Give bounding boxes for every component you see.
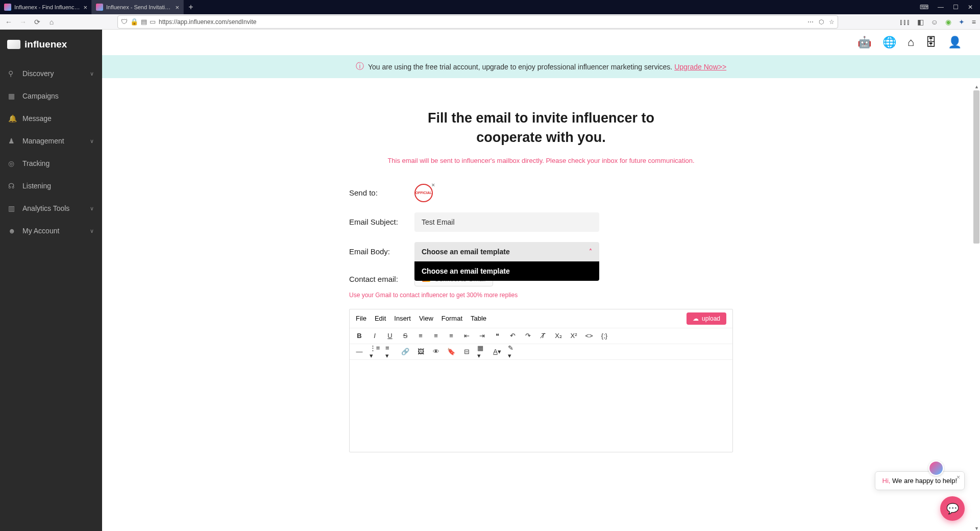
shield-icon[interactable]: 🛡 xyxy=(121,18,128,26)
menu-format[interactable]: Format xyxy=(442,315,462,322)
new-tab-button[interactable]: + xyxy=(184,0,198,14)
sidebar-item-analytics[interactable]: ▥ Analytics Tools ∨ xyxy=(0,197,102,220)
italic-icon[interactable]: I xyxy=(370,331,379,341)
chat-fab[interactable]: 💬 xyxy=(940,496,965,521)
braces-icon[interactable]: {;} xyxy=(600,331,609,341)
extension-icon[interactable]: ◉ xyxy=(945,18,951,26)
sidebar-item-tracking[interactable]: ◎ Tracking xyxy=(0,152,102,175)
scroll-up-icon[interactable]: ▲ xyxy=(974,84,979,89)
menu-view[interactable]: View xyxy=(419,315,433,322)
code-icon[interactable]: <> xyxy=(584,331,594,341)
keyboard-icon[interactable]: ⌨ xyxy=(920,4,928,11)
profile-icon[interactable]: 👤 xyxy=(948,36,962,49)
tab-title: Influenex - Find Influencer in a xyxy=(14,4,80,10)
sidebar-item-management[interactable]: ♟ Management ∨ xyxy=(0,130,102,152)
addons-icon[interactable]: ✦ xyxy=(959,18,965,26)
sidebar-item-campaigns[interactable]: ▦ Campaigns xyxy=(0,85,102,107)
outdent-icon[interactable]: ⇤ xyxy=(462,331,471,341)
align-left-icon[interactable]: ≡ xyxy=(416,331,425,341)
undo-icon[interactable]: ↶ xyxy=(508,331,517,341)
align-center-icon[interactable]: ≡ xyxy=(431,331,440,341)
sidebar-item-account[interactable]: ☻ My Account ∨ xyxy=(0,220,102,242)
home-icon[interactable]: ⌂ xyxy=(908,36,914,49)
menu-file[interactable]: File xyxy=(356,315,366,322)
maximize-icon[interactable]: ☐ xyxy=(953,4,959,11)
chevron-down-icon: ∨ xyxy=(90,70,94,77)
strike-icon[interactable]: S xyxy=(401,331,410,341)
browser-toolbar: ← → ⟳ ⌂ 🛡 🔒 ▤ ▭ https://app.influenex.co… xyxy=(0,14,980,30)
superscript-icon[interactable]: X² xyxy=(569,331,578,341)
underline-icon[interactable]: U xyxy=(385,331,395,341)
forward-button[interactable]: → xyxy=(18,17,28,27)
quote-icon[interactable]: ❝ xyxy=(493,331,502,341)
browser-tab-1[interactable]: Influenex - Send Invitation ema × xyxy=(92,0,184,14)
subject-input[interactable] xyxy=(414,212,599,232)
menu-icon[interactable]: ≡ xyxy=(972,18,976,26)
scrollbar-thumb[interactable] xyxy=(973,90,979,244)
archive-icon[interactable]: 🗄 xyxy=(925,36,937,49)
back-button[interactable]: ← xyxy=(4,17,13,27)
subscript-icon[interactable]: X₂ xyxy=(554,331,563,341)
brand-logo[interactable]: influenex xyxy=(0,39,102,62)
upgrade-link[interactable]: Upgrade Now>> xyxy=(674,63,726,71)
pocket-icon[interactable]: ⬡ xyxy=(819,18,824,26)
table-icon[interactable]: ▦ ▾ xyxy=(477,347,486,356)
library-icon[interactable]: ⫿⫿⫿ xyxy=(899,18,910,26)
template-option[interactable]: Choose an email template xyxy=(414,261,599,281)
close-chat-icon[interactable]: × xyxy=(957,474,960,481)
close-icon[interactable]: × xyxy=(83,4,87,11)
sidebar-label: Analytics Tools xyxy=(22,204,69,212)
image-icon[interactable]: 🖼 xyxy=(416,347,425,356)
page-actions-icon[interactable]: ⋯ xyxy=(807,18,814,26)
sidebar-item-discovery[interactable]: ⚲ Discovery ∨ xyxy=(0,62,102,85)
permission-icon[interactable]: ▤ xyxy=(141,18,147,26)
preview-icon[interactable]: 👁 xyxy=(431,347,440,356)
account-icon[interactable]: ☺ xyxy=(931,18,938,26)
number-list-icon[interactable]: ≡ ▾ xyxy=(385,347,395,356)
recipient-chip[interactable]: OFFICIAL × xyxy=(414,184,433,202)
close-icon[interactable]: × xyxy=(175,4,179,11)
analytics-icon: ▥ xyxy=(8,204,16,212)
template-select-value: Choose an email template xyxy=(422,248,510,256)
bullet-list-icon[interactable]: ⋮≡ ▾ xyxy=(370,347,379,356)
pagebreak-icon[interactable]: ⊟ xyxy=(462,347,471,356)
template-select[interactable]: Choose an email template ˄ xyxy=(414,242,599,261)
highlight-icon[interactable]: ✎ ▾ xyxy=(508,347,517,356)
scrollbar[interactable]: ▲ ▼ xyxy=(973,84,980,531)
minimize-icon[interactable]: — xyxy=(938,4,944,11)
sidebar-label: Management xyxy=(22,137,64,145)
bookmark-icon[interactable]: ☆ xyxy=(829,18,835,26)
hr-icon[interactable]: — xyxy=(355,347,364,356)
sidebar-toggle-icon[interactable]: ◧ xyxy=(917,18,924,26)
align-right-icon[interactable]: ≡ xyxy=(447,331,456,341)
chevron-up-icon: ˄ xyxy=(589,248,592,255)
remove-recipient-icon[interactable]: × xyxy=(432,182,435,188)
menu-edit[interactable]: Edit xyxy=(375,315,386,322)
sidebar-item-listening[interactable]: ☊ Listening xyxy=(0,175,102,197)
scroll-down-icon[interactable]: ▼ xyxy=(974,526,979,531)
sidebar: influenex ⚲ Discovery ∨ ▦ Campaigns 🔔 Me… xyxy=(0,30,102,531)
editor-toolbar-2: — ⋮≡ ▾ ≡ ▾ 🔗 🖼 👁 🔖 ⊟ ▦ ▾ A ▾ ✎ ▾ xyxy=(350,344,732,360)
menu-insert[interactable]: Insert xyxy=(394,315,411,322)
redo-icon[interactable]: ↷ xyxy=(523,331,532,341)
globe-icon[interactable]: 🌐 xyxy=(883,36,896,49)
reload-button[interactable]: ⟳ xyxy=(33,17,42,27)
chat-popup: × Hi, We are happy to help! xyxy=(875,471,965,490)
url-bar[interactable]: 🛡 🔒 ▤ ▭ https://app.influenex.com/sendIn… xyxy=(117,15,838,29)
text-color-icon[interactable]: A ▾ xyxy=(493,347,502,356)
link-icon[interactable]: 🔗 xyxy=(401,347,410,356)
close-window-icon[interactable]: ✕ xyxy=(968,4,973,11)
upload-button[interactable]: ☁ upload xyxy=(687,312,726,325)
reader-icon[interactable]: ▭ xyxy=(150,18,156,26)
editor-body[interactable] xyxy=(350,360,732,452)
bookmark-tool-icon[interactable]: 🔖 xyxy=(447,347,456,356)
upload-label: upload xyxy=(702,315,720,322)
sidebar-item-message[interactable]: 🔔 Message xyxy=(0,107,102,130)
menu-table[interactable]: Table xyxy=(471,315,486,322)
clear-format-icon[interactable]: T̸ xyxy=(538,331,548,341)
browser-tab-0[interactable]: Influenex - Find Influencer in a × xyxy=(0,0,92,14)
indent-icon[interactable]: ⇥ xyxy=(477,331,486,341)
bold-icon[interactable]: B xyxy=(355,331,364,341)
robot-icon[interactable]: 🤖 xyxy=(857,36,871,49)
home-button[interactable]: ⌂ xyxy=(47,17,56,27)
